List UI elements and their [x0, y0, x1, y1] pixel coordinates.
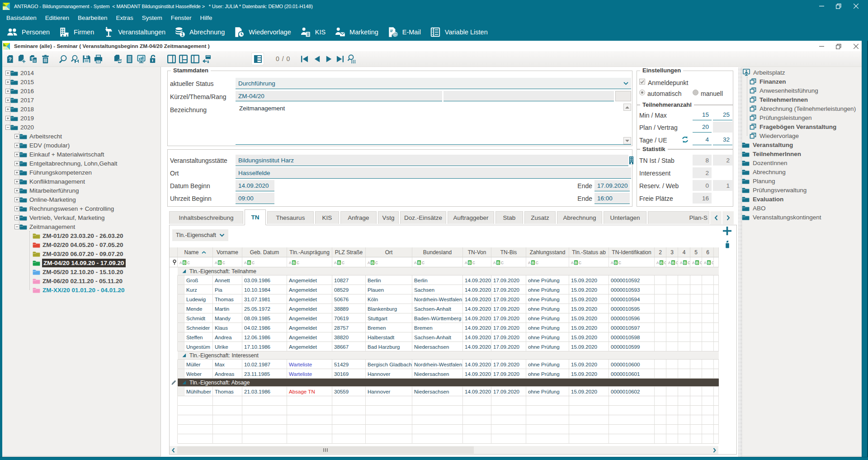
- expand-icon[interactable]: [14, 143, 19, 148]
- tree-year-2016[interactable]: 2016: [2, 86, 160, 95]
- tree-category[interactable]: Konfliktmanagement: [2, 177, 160, 186]
- tree-seminar-ZM-06/20[interactable]: ZM-06/20 02.11.20 - 05.11.20: [2, 276, 160, 285]
- cell-plz-stra-e[interactable]: 51429: [332, 360, 366, 369]
- context-tree-teilnehmerinnen[interactable]: TeilnehmerInnen: [742, 95, 862, 104]
- cell-4[interactable]: [678, 294, 690, 304]
- column-header-tln-status-ab[interactable]: Tln.-Status ab: [569, 247, 609, 257]
- cell-ort[interactable]: Plauen: [366, 285, 412, 294]
- cell-tn-von[interactable]: 14.09.2020: [463, 304, 491, 313]
- cell-tn-bis[interactable]: 17.09.2020: [491, 332, 526, 342]
- filter-cell-17[interactable]: ABC: [702, 257, 714, 267]
- filter-cell-10[interactable]: ABC: [526, 257, 569, 267]
- cell-zahlungsstand[interactable]: ohne Prüfung: [526, 342, 569, 351]
- tree-category[interactable]: Arbeitsrecht: [2, 132, 160, 141]
- cell-ort[interactable]: Hannover: [366, 387, 412, 396]
- cell-4[interactable]: [678, 304, 690, 313]
- cell-5[interactable]: [690, 304, 702, 313]
- tab-tn[interactable]: TN: [245, 209, 266, 225]
- cell-tn-identifikation[interactable]: 0000010594: [609, 294, 655, 304]
- collapse-icon[interactable]: [5, 125, 10, 130]
- cell-5[interactable]: [690, 285, 702, 294]
- tab-doz-eins-tze[interactable]: Doz.-Einsätze: [400, 211, 446, 224]
- cell-tn-identifikation[interactable]: 0000010602: [609, 387, 655, 396]
- scrollbar-thumb[interactable]: [177, 446, 474, 454]
- cell-2[interactable]: [655, 369, 666, 379]
- cell-tn-identifikation[interactable]: 0000010595: [609, 304, 655, 313]
- toolbar-item-veranstaltungen[interactable]: Veranstaltungen: [103, 26, 165, 38]
- context-tree-planung[interactable]: Planung: [742, 176, 862, 185]
- cell-vorname[interactable]: Thomas: [213, 387, 242, 396]
- filter-cell-1[interactable]: ABC: [178, 257, 213, 267]
- tab-kis[interactable]: KIS: [315, 211, 339, 224]
- cell-5[interactable]: [690, 275, 702, 285]
- context-tree-arbeitsplatz[interactable]: Arbeitsplatz: [742, 68, 862, 77]
- toolbar-button-aktualisieren[interactable]: [112, 53, 123, 65]
- toolbar-button-auswertung[interactable]: [135, 53, 147, 65]
- tn-field[interactable]: 32: [713, 134, 732, 145]
- tab-vstg[interactable]: Vstg: [378, 211, 399, 224]
- tab-scroll-left-button[interactable]: [710, 211, 722, 224]
- cell-6[interactable]: [702, 313, 714, 323]
- menu-system[interactable]: System: [142, 14, 162, 21]
- expand-icon[interactable]: [5, 71, 10, 76]
- refresh-icon-button[interactable]: [681, 136, 689, 143]
- expand-icon[interactable]: [14, 215, 19, 220]
- expand-icon[interactable]: [5, 107, 10, 112]
- scroll-right-icon[interactable]: [711, 446, 718, 454]
- cell-tln-auspr-gung[interactable]: Angemeldet: [287, 342, 332, 351]
- cell-tln-status-ab[interactable]: 15.09.2020: [569, 313, 609, 323]
- tab-scroll-right-button[interactable]: [722, 211, 734, 224]
- cell-plz-stra-e[interactable]: 70619: [332, 313, 366, 323]
- toolbar-button-speichern[interactable]: [80, 53, 92, 65]
- cell-tln-auspr-gung[interactable]: Angemeldet: [287, 275, 332, 285]
- expand-icon[interactable]: [5, 80, 10, 85]
- toolbar-button-layout-2[interactable]: [177, 53, 189, 65]
- kuerzel-input[interactable]: ZM-04/20: [236, 91, 442, 101]
- cell-zahlungsstand[interactable]: ohne Prüfung: [526, 304, 569, 313]
- cell-4[interactable]: [678, 369, 690, 379]
- child-restore-button[interactable]: [830, 41, 847, 52]
- toolbar-button-neu[interactable]: [16, 53, 28, 65]
- toolbar-button-fenster-wechseln[interactable]: [201, 53, 212, 65]
- tab-auftraggeber[interactable]: Auftraggeber: [448, 211, 494, 224]
- cell-geb-datum[interactable]: 08.09.1985: [242, 313, 287, 323]
- cell-5[interactable]: [690, 323, 702, 332]
- context-tree-dozentinnen[interactable]: DozentInnen: [742, 158, 862, 167]
- cell-ort[interactable]: Köln: [366, 294, 412, 304]
- cell-tln-auspr-gung[interactable]: Angemeldet: [287, 323, 332, 332]
- manuell-radio[interactable]: [693, 90, 698, 95]
- filter-cell-3[interactable]: ABC: [242, 257, 287, 267]
- cell-tn-bis[interactable]: 17.09.2020: [491, 275, 526, 285]
- cell-bundesland[interactable]: Nordrhein-Westfalen: [412, 360, 463, 369]
- filter-cell-9[interactable]: ABC: [491, 257, 526, 267]
- staette-input[interactable]: Bildungsinstitut Harz: [236, 155, 628, 166]
- cell-vorname[interactable]: Thomas: [213, 294, 242, 304]
- cell-bundesland[interactable]: Sachsen: [412, 285, 463, 294]
- tree-year-2018[interactable]: 2018: [2, 104, 160, 114]
- group-collapse-icon[interactable]: [182, 269, 186, 273]
- cell-3[interactable]: [666, 332, 678, 342]
- cell-name[interactable]: Mende: [184, 304, 213, 313]
- cell-bundesland[interactable]: Berlin: [412, 275, 463, 285]
- tree-category[interactable]: Rechnungswesen + Controlling: [2, 204, 160, 213]
- automatisch-radio[interactable]: [639, 90, 645, 95]
- add-participant-button[interactable]: [723, 227, 731, 235]
- cell-plz-stra-e[interactable]: 30169: [332, 369, 366, 379]
- cell-vorname[interactable]: Klaus: [213, 323, 242, 332]
- close-button[interactable]: [847, 0, 864, 12]
- cell-6[interactable]: [702, 323, 714, 332]
- scroll-left-icon[interactable]: [170, 446, 177, 454]
- cell-tn-identifikation[interactable]: 0000010593: [609, 285, 655, 294]
- toolbar-item-email[interactable]: @E-Mail: [387, 26, 421, 38]
- toolbar-item-kis[interactable]: KIS: [300, 26, 326, 38]
- cell-geb-datum[interactable]: 21.03.1986: [242, 387, 287, 396]
- context-tree-wiedervorlage[interactable]: Wiedervorlage: [742, 131, 862, 140]
- datum-ende-input[interactable]: 17.09.2020: [594, 180, 630, 191]
- toolbar-item-abrechnung[interactable]: 1Abrechnung: [174, 26, 225, 38]
- cell-3[interactable]: [666, 369, 678, 379]
- cell-zahlungsstand[interactable]: ohne Prüfung: [526, 313, 569, 323]
- filter-cell-5[interactable]: ABC: [332, 257, 366, 267]
- expand-icon[interactable]: [14, 152, 19, 157]
- column-header-bundesland[interactable]: Bundesland: [412, 247, 463, 257]
- toolbar-button-kopieren[interactable]: [28, 53, 39, 65]
